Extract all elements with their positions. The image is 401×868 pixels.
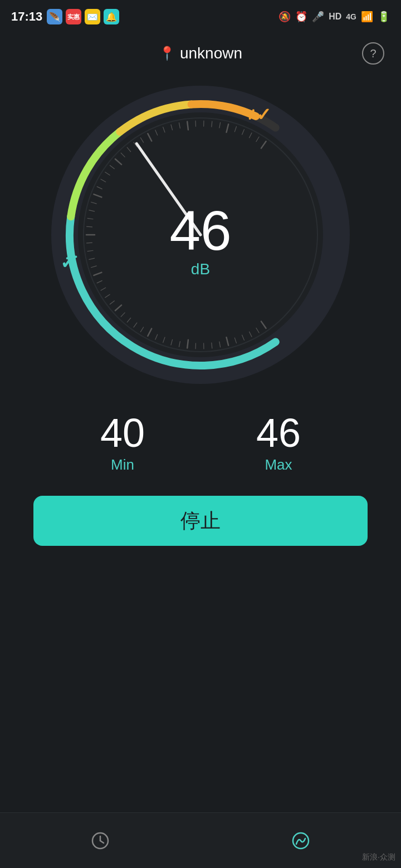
stop-button[interactable]: 停止 xyxy=(33,496,368,546)
watermark: 新浪·众测 xyxy=(362,852,395,862)
nav-meter[interactable] xyxy=(288,828,313,853)
network-icon: 4G xyxy=(346,12,356,21)
location-text: unknown xyxy=(180,45,242,62)
help-button[interactable]: ? xyxy=(362,42,384,65)
bottom-nav xyxy=(0,812,401,868)
svg-text:✓: ✓ xyxy=(60,253,75,273)
nav-history[interactable] xyxy=(88,828,113,853)
status-time: 17:13 xyxy=(11,9,42,24)
gauge-container: /* ticks rendered via JS below */ xyxy=(0,68,401,407)
battery-icon: 🔋 xyxy=(378,11,390,23)
svg-line-34 xyxy=(87,226,92,227)
status-bar: 17:13 🪶 实惠 ✉️ 🔔 🔕 ⏰ 🎤 HD 4G 📶 🔋 xyxy=(0,0,401,33)
max-label: Max xyxy=(256,456,301,474)
feishu-icon: 🪶 xyxy=(47,9,62,24)
silent-icon: 🔕 xyxy=(278,11,291,23)
app-icons: 🪶 实惠 ✉️ 🔔 xyxy=(47,9,119,24)
mail-icon: ✉️ xyxy=(85,9,100,24)
svg-line-53 xyxy=(187,121,188,130)
location-icon: 📍 xyxy=(159,46,175,61)
stat-max: 46 Max xyxy=(256,413,301,474)
gauge-db-value: 46 xyxy=(169,203,231,258)
svg-text:✓: ✓ xyxy=(256,105,271,125)
min-value: 40 xyxy=(100,413,145,453)
stats-row: 40 Min 46 Max xyxy=(0,407,401,496)
alarm-icon: ⏰ xyxy=(295,11,307,23)
hd-icon: HD xyxy=(329,12,341,22)
taobao-icon: 实惠 xyxy=(66,9,81,24)
button-container: 停止 xyxy=(0,496,401,568)
mic-icon: 🎤 xyxy=(312,11,324,23)
status-left: 17:13 🪶 实惠 ✉️ 🔔 xyxy=(11,9,119,24)
status-right: 🔕 ⏰ 🎤 HD 4G 📶 🔋 xyxy=(278,11,390,23)
location-bar: 📍 unknown ? xyxy=(0,33,401,68)
signal-icon: 📶 xyxy=(361,11,373,23)
max-value: 46 xyxy=(256,413,301,453)
svg-line-13 xyxy=(187,340,188,348)
min-label: Min xyxy=(100,456,145,474)
stat-min: 40 Min xyxy=(100,413,145,474)
meter-icon xyxy=(288,828,313,853)
gauge-db-unit: dB xyxy=(169,260,231,278)
svg-line-71 xyxy=(100,841,104,843)
bell-icon: 🔔 xyxy=(104,9,119,24)
gauge-center-display: 46 dB xyxy=(169,203,231,278)
svg-line-32 xyxy=(87,243,92,243)
history-icon xyxy=(88,828,113,853)
gauge-wrapper: /* ticks rendered via JS below */ xyxy=(45,79,356,391)
